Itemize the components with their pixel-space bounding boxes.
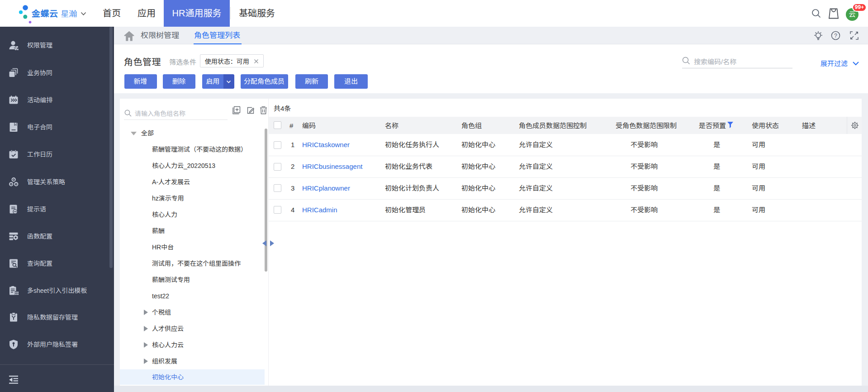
svg-text:?: ? bbox=[834, 33, 837, 39]
